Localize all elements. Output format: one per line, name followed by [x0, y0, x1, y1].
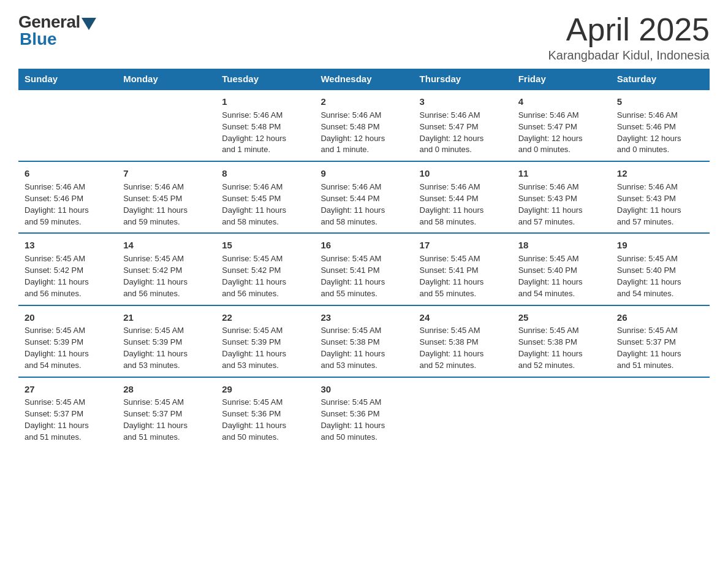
- calendar-day-12: 12Sunrise: 5:46 AMSunset: 5:43 PMDayligh…: [611, 161, 710, 233]
- calendar-location: Karangbadar Kidul, Indonesia: [548, 48, 710, 63]
- day-info-line: Sunset: 5:42 PM: [25, 265, 111, 277]
- calendar-day-14: 14Sunrise: 5:45 AMSunset: 5:42 PMDayligh…: [117, 233, 216, 305]
- calendar-day-28: 28Sunrise: 5:45 AMSunset: 5:37 PMDayligh…: [117, 377, 216, 448]
- day-info-line: and 50 minutes.: [222, 432, 308, 443]
- day-number: 19: [617, 239, 703, 252]
- day-number: 2: [320, 95, 407, 109]
- calendar-title: April 2025: [548, 12, 710, 47]
- day-info-line: Sunrise: 5:46 AM: [518, 110, 605, 121]
- day-info-line: Sunrise: 5:46 AM: [617, 110, 703, 121]
- calendar-day-21: 21Sunrise: 5:45 AMSunset: 5:39 PMDayligh…: [117, 305, 216, 377]
- day-info-line: and 59 minutes.: [123, 216, 210, 228]
- day-info-line: Sunset: 5:37 PM: [123, 408, 210, 420]
- day-info-line: and 58 minutes.: [222, 216, 308, 228]
- day-info-line: Sunset: 5:46 PM: [617, 121, 703, 133]
- day-info-line: Sunset: 5:37 PM: [25, 408, 111, 420]
- day-info-line: Daylight: 11 hours: [25, 348, 111, 360]
- day-number: 23: [320, 311, 407, 324]
- calendar-day-4: 4Sunrise: 5:46 AMSunset: 5:47 PMDaylight…: [512, 90, 611, 161]
- day-number: 10: [420, 167, 506, 180]
- day-number: 15: [222, 239, 308, 252]
- day-info-line: Daylight: 11 hours: [320, 348, 407, 360]
- day-info-line: Sunset: 5:39 PM: [123, 337, 210, 348]
- day-info-line: Sunset: 5:38 PM: [320, 337, 407, 348]
- day-number: 16: [320, 239, 407, 252]
- calendar-week-row: 13Sunrise: 5:45 AMSunset: 5:42 PMDayligh…: [18, 233, 710, 305]
- day-info-line: and 53 minutes.: [320, 360, 407, 372]
- weekday-header-friday: Friday: [512, 69, 611, 90]
- calendar-day-20: 20Sunrise: 5:45 AMSunset: 5:39 PMDayligh…: [18, 305, 117, 377]
- calendar-day-16: 16Sunrise: 5:45 AMSunset: 5:41 PMDayligh…: [314, 233, 413, 305]
- day-info-line: and 51 minutes.: [617, 360, 703, 372]
- day-number: 5: [617, 95, 703, 109]
- day-info-line: Sunset: 5:43 PM: [518, 193, 605, 205]
- day-info-line: and 0 minutes.: [617, 144, 703, 156]
- calendar-day-2: 2Sunrise: 5:46 AMSunset: 5:48 PMDaylight…: [314, 90, 413, 161]
- day-info-line: Sunrise: 5:46 AM: [420, 182, 506, 193]
- calendar-day-30: 30Sunrise: 5:45 AMSunset: 5:36 PMDayligh…: [314, 377, 413, 448]
- calendar-day-29: 29Sunrise: 5:45 AMSunset: 5:36 PMDayligh…: [216, 377, 314, 448]
- day-info-line: Sunset: 5:42 PM: [123, 265, 210, 277]
- day-info-line: Sunrise: 5:45 AM: [320, 253, 407, 265]
- day-info-line: Daylight: 12 hours: [518, 133, 605, 145]
- day-info-line: Sunrise: 5:45 AM: [420, 325, 506, 337]
- day-info-line: Daylight: 12 hours: [222, 133, 308, 145]
- day-number: 13: [25, 239, 111, 252]
- day-info-line: and 53 minutes.: [123, 360, 210, 372]
- day-info-line: Daylight: 12 hours: [420, 133, 506, 145]
- day-number: 27: [25, 383, 111, 396]
- day-info-line: Daylight: 11 hours: [518, 205, 605, 216]
- calendar-day-18: 18Sunrise: 5:45 AMSunset: 5:40 PMDayligh…: [512, 233, 611, 305]
- day-info-line: Daylight: 11 hours: [25, 205, 111, 216]
- calendar-day-1: 1Sunrise: 5:46 AMSunset: 5:48 PMDaylight…: [216, 90, 314, 161]
- day-info-line: Sunrise: 5:45 AM: [420, 253, 506, 265]
- weekday-header-sunday: Sunday: [18, 69, 117, 90]
- day-info-line: Sunset: 5:43 PM: [617, 193, 703, 205]
- day-info-line: and 1 minute.: [222, 144, 308, 156]
- day-info-line: Sunrise: 5:45 AM: [25, 253, 111, 265]
- day-info-line: Daylight: 11 hours: [320, 205, 407, 216]
- day-info-line: Sunset: 5:44 PM: [320, 193, 407, 205]
- day-info-line: Sunrise: 5:45 AM: [222, 397, 308, 408]
- day-number: 6: [25, 167, 111, 180]
- day-info-line: Sunrise: 5:46 AM: [222, 182, 308, 193]
- calendar-day-27: 27Sunrise: 5:45 AMSunset: 5:37 PMDayligh…: [18, 377, 117, 448]
- day-info-line: Sunset: 5:37 PM: [617, 337, 703, 348]
- day-info-line: and 54 minutes.: [518, 288, 605, 300]
- logo-blue-text: Blue: [20, 29, 57, 49]
- day-info-line: Daylight: 11 hours: [123, 205, 210, 216]
- day-info-line: Sunrise: 5:46 AM: [320, 182, 407, 193]
- calendar-day-6: 6Sunrise: 5:46 AMSunset: 5:46 PMDaylight…: [18, 161, 117, 233]
- calendar-empty-cell: [414, 377, 512, 448]
- day-number: 1: [222, 95, 308, 109]
- day-info-line: and 57 minutes.: [518, 216, 605, 228]
- day-info-line: Sunrise: 5:46 AM: [617, 182, 703, 193]
- weekday-header-saturday: Saturday: [611, 69, 710, 90]
- weekday-header-monday: Monday: [117, 69, 216, 90]
- day-info-line: Sunset: 5:38 PM: [420, 337, 506, 348]
- calendar-day-7: 7Sunrise: 5:46 AMSunset: 5:45 PMDaylight…: [117, 161, 216, 233]
- calendar-day-5: 5Sunrise: 5:46 AMSunset: 5:46 PMDaylight…: [611, 90, 710, 161]
- day-info-line: Sunrise: 5:45 AM: [123, 397, 210, 408]
- day-number: 22: [222, 311, 308, 324]
- calendar-empty-cell: [117, 90, 216, 161]
- day-info-line: Sunrise: 5:45 AM: [123, 253, 210, 265]
- page-header: General Blue April 2025 Karangbadar Kidu…: [18, 12, 710, 63]
- day-info-line: Sunset: 5:45 PM: [123, 193, 210, 205]
- day-info-line: Sunrise: 5:45 AM: [320, 397, 407, 408]
- calendar-header-row: SundayMondayTuesdayWednesdayThursdayFrid…: [18, 69, 710, 90]
- day-number: 28: [123, 383, 210, 396]
- day-info-line: Sunset: 5:47 PM: [420, 121, 506, 133]
- day-info-line: Sunrise: 5:46 AM: [25, 182, 111, 193]
- calendar-day-8: 8Sunrise: 5:46 AMSunset: 5:45 PMDaylight…: [216, 161, 314, 233]
- title-area: April 2025 Karangbadar Kidul, Indonesia: [548, 12, 710, 63]
- calendar-week-row: 6Sunrise: 5:46 AMSunset: 5:46 PMDaylight…: [18, 161, 710, 233]
- day-number: 7: [123, 167, 210, 180]
- calendar-day-3: 3Sunrise: 5:46 AMSunset: 5:47 PMDaylight…: [414, 90, 512, 161]
- calendar-day-26: 26Sunrise: 5:45 AMSunset: 5:37 PMDayligh…: [611, 305, 710, 377]
- day-info-line: Daylight: 11 hours: [420, 205, 506, 216]
- day-info-line: Sunset: 5:46 PM: [25, 193, 111, 205]
- calendar-day-23: 23Sunrise: 5:45 AMSunset: 5:38 PMDayligh…: [314, 305, 413, 377]
- day-info-line: and 53 minutes.: [222, 360, 308, 372]
- day-info-line: Daylight: 11 hours: [222, 277, 308, 288]
